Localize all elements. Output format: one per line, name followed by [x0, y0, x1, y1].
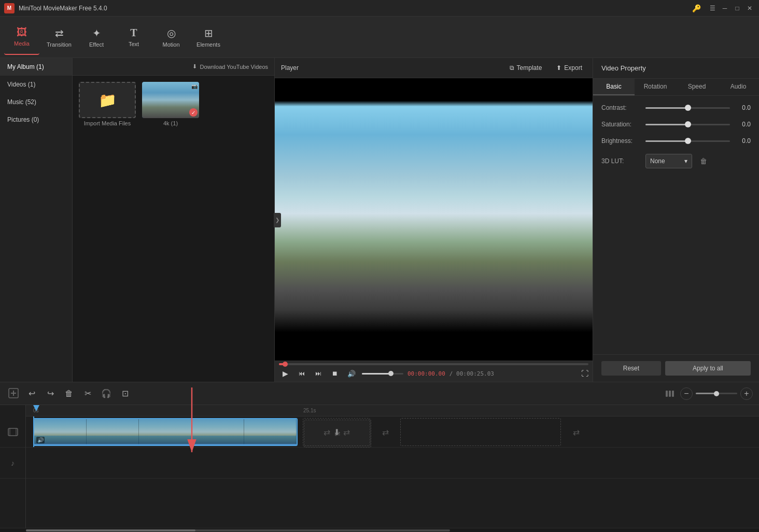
video-track-icon: [8, 427, 18, 437]
tab-audio[interactable]: Audio: [718, 79, 759, 95]
toolbar-item-transition[interactable]: ⇄ Transition: [41, 20, 77, 55]
timeline-scroll-area[interactable]: 0s 25.1s: [26, 405, 759, 528]
apply-to-all-button[interactable]: Apply to all: [665, 361, 751, 376]
template-button[interactable]: ⧉ Template: [505, 62, 546, 74]
prev-frame-button[interactable]: ⏮: [296, 367, 308, 380]
add-scene-button[interactable]: [6, 386, 21, 400]
import-label: Import Media Files: [84, 120, 131, 126]
slot-2: [400, 418, 561, 446]
zoom-slider[interactable]: [696, 393, 737, 394]
toolbar-item-elements[interactable]: ⊞ Elements: [191, 20, 226, 55]
properties-tabs: Basic Rotation Speed Audio: [593, 79, 759, 96]
delete-button[interactable]: 🗑: [61, 386, 77, 401]
volume-button[interactable]: 🔊: [345, 367, 358, 380]
swap-icon-1: ⇄: [324, 427, 330, 437]
progress-bar[interactable]: [279, 363, 588, 365]
lut-delete-button[interactable]: 🗑: [697, 155, 710, 167]
sidebar-item-pictures[interactable]: Pictures (0): [0, 111, 72, 128]
motion-icon: ◎: [167, 27, 176, 39]
video-label: 4k (1): [163, 120, 178, 126]
track-labels: ♪: [0, 405, 26, 528]
svg-rect-5: [672, 391, 674, 397]
player-controls: ▶ ⏮ ⏭ ⏹ 🔊 00:00:00.00 / 00:00:25.03 ⛶: [275, 361, 593, 382]
columns-button[interactable]: [663, 386, 677, 401]
video-thumb-box[interactable]: 📷 ✓: [142, 82, 199, 118]
video-container: [275, 78, 593, 361]
contrast-label: Contrast:: [601, 104, 640, 111]
swap-icon-2: ⇄: [343, 427, 350, 437]
tab-rotation[interactable]: Rotation: [635, 79, 676, 95]
properties-panel: Video Property Basic Rotation Speed Audi…: [593, 58, 759, 382]
properties-actions: Reset Apply to all: [593, 354, 759, 382]
toolbar-item-text[interactable]: T Text: [116, 20, 151, 55]
placeholder-slots: ⇄ ⬇ ⇄ ⇄ ⇄: [303, 418, 589, 446]
properties-header: Video Property: [593, 58, 759, 79]
contrast-slider[interactable]: [645, 107, 730, 109]
selected-check: ✓: [189, 108, 198, 117]
audio-track-row: [26, 448, 759, 479]
menu-button[interactable]: ☰: [707, 3, 718, 13]
timeline-panel: ↩ ↪ 🗑 ✂ 🎧 ⊡ −: [0, 382, 759, 532]
transition-icon: ⇄: [55, 27, 64, 39]
crop-button[interactable]: ⊡: [117, 386, 133, 401]
add-to-timeline-icon: [8, 387, 19, 399]
video-track-row: 🔊 ⇄: [26, 416, 759, 448]
sidebar-item-videos[interactable]: Videos (1): [0, 76, 72, 93]
video-thumb-item[interactable]: 📷 ✓ 4k (1): [142, 82, 199, 126]
columns-icon: [665, 389, 675, 399]
export-icon: ⬆: [556, 64, 561, 71]
toolbar-item-motion[interactable]: ◎ Motion: [153, 20, 189, 55]
zoom-out-button[interactable]: −: [680, 387, 693, 400]
toolbar-item-effect[interactable]: ✦ Effect: [79, 20, 114, 55]
collapse-panel-button[interactable]: ❯: [274, 213, 281, 227]
import-box[interactable]: 📁: [79, 82, 136, 118]
download-youtube-button[interactable]: ⬇ Download YouTube Videos: [192, 63, 269, 70]
app-logo: M: [4, 3, 15, 13]
layers-icon: ⧉: [510, 64, 514, 71]
sidebar-item-music[interactable]: Music (52): [0, 93, 72, 111]
next-frame-button[interactable]: ⏭: [312, 367, 325, 380]
timeline-scrollbar[interactable]: [0, 528, 759, 532]
close-button[interactable]: ✕: [744, 3, 755, 13]
scrollbar-thumb[interactable]: [26, 529, 195, 531]
export-button[interactable]: ⬆ Export: [552, 62, 586, 74]
saturation-slider[interactable]: [645, 124, 730, 125]
title-bar: M MiniTool MovieMaker Free 5.4.0 🔑 ☰ ─ □…: [0, 0, 759, 17]
play-button[interactable]: ▶: [279, 367, 291, 380]
sidebar-item-my-album[interactable]: My Album (1): [0, 58, 72, 76]
toolbar: 🖼 Media ⇄ Transition ✦ Effect T Text ◎ M…: [0, 17, 759, 58]
stop-button[interactable]: ⏹: [329, 367, 341, 380]
zoom-in-button[interactable]: +: [740, 387, 753, 400]
tab-speed[interactable]: Speed: [676, 79, 718, 95]
download-icon-slot: ⬇: [333, 427, 340, 437]
text-icon: T: [130, 27, 137, 39]
redo-button[interactable]: ↪: [43, 386, 58, 401]
cut-button[interactable]: ✂: [80, 386, 95, 401]
tab-basic[interactable]: Basic: [593, 79, 635, 95]
import-media-item[interactable]: 📁 Import Media Files: [79, 82, 136, 126]
camera-icon: 📷: [191, 83, 198, 89]
timeline-tools: ↩ ↪ 🗑 ✂ 🎧 ⊡: [6, 386, 133, 401]
contrast-value: 0.0: [735, 104, 751, 111]
toolbar-item-media[interactable]: 🖼 Media: [4, 20, 39, 55]
audio-detach-button[interactable]: 🎧: [99, 386, 114, 401]
player-header: Player ⧉ Template ⬆ Export: [275, 58, 593, 78]
media-header: ⬇ Download YouTube Videos: [73, 58, 274, 76]
scrollbar-track[interactable]: [26, 529, 450, 531]
fullscreen-button[interactable]: ⛶: [581, 369, 588, 378]
video-preview: [275, 78, 593, 361]
lut-dropdown[interactable]: None ▾: [645, 154, 692, 168]
slot-gap-1: ⇄: [372, 418, 398, 446]
volume-slider[interactable]: [362, 373, 403, 375]
key-icon: 🔑: [692, 4, 701, 12]
slot-1: ⇄ ⬇ ⇄: [303, 418, 370, 446]
brightness-slider[interactable]: [645, 140, 730, 142]
reset-button[interactable]: Reset: [601, 361, 661, 376]
video-clip[interactable]: 🔊: [33, 418, 298, 446]
minimize-button[interactable]: ─: [720, 3, 730, 13]
audio-track-label: ♪: [0, 448, 25, 479]
brightness-row: Brightness: 0.0: [601, 137, 751, 145]
media-area: ⬇ Download YouTube Videos 📁 Import Media…: [73, 58, 274, 382]
undo-button[interactable]: ↩: [24, 386, 39, 401]
maximize-button[interactable]: □: [732, 3, 742, 13]
